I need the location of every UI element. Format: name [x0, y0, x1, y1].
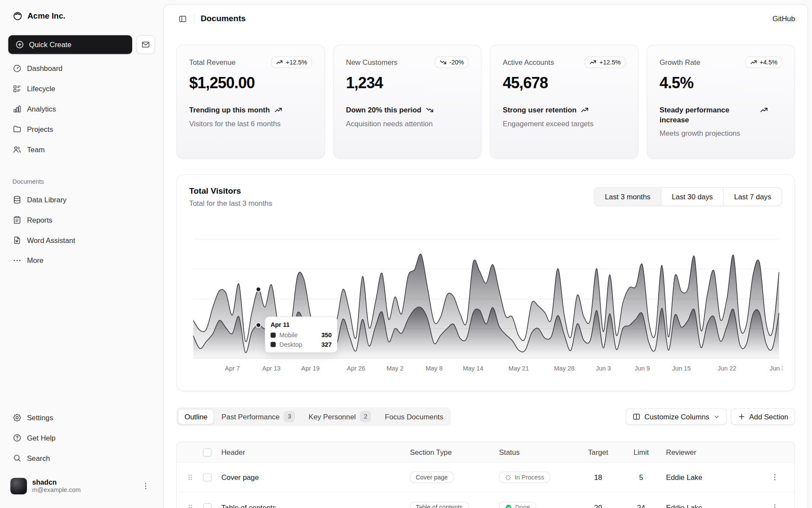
table-header-row: Header Section Type Status Target Limit …: [177, 442, 794, 463]
row-checkbox[interactable]: [203, 503, 211, 508]
sidebar: Acme Inc. Quick Create Dashboard: [0, 0, 163, 508]
limit-value[interactable]: 24: [620, 503, 662, 508]
svg-text:Jun 9: Jun 9: [635, 365, 650, 372]
column-target: Target: [576, 448, 620, 456]
row-header-cell[interactable]: Cover page: [217, 473, 406, 481]
quick-create-label: Quick Create: [29, 41, 71, 49]
loader-icon: [505, 474, 512, 481]
svg-text:Apr 26: Apr 26: [347, 365, 365, 372]
visitors-chart-card: Total Visitors Total for the last 3 mont…: [176, 174, 795, 391]
tab-outline[interactable]: Outline: [178, 409, 214, 425]
add-section-button[interactable]: Add Section: [730, 408, 795, 425]
sidebar-item-more[interactable]: More: [8, 252, 155, 268]
drag-handle-icon[interactable]: [186, 503, 194, 508]
user-menu[interactable]: shadcn m@example.com: [8, 476, 155, 496]
sidebar-item-label: More: [27, 256, 43, 265]
list-details-icon: [13, 84, 22, 93]
folder-icon: [13, 125, 22, 134]
trending-up-icon: [276, 59, 283, 66]
row-menu-button[interactable]: [769, 471, 781, 484]
reviewer-cell[interactable]: Eddie Lake: [662, 473, 759, 481]
section-type-badge: Cover page: [410, 472, 454, 483]
customize-columns-button[interactable]: Customize Columns: [626, 408, 726, 425]
svg-text:Jun 30: Jun 30: [770, 365, 783, 372]
svg-text:Jun 22: Jun 22: [717, 365, 736, 372]
range-last-3-months[interactable]: Last 3 months: [594, 188, 661, 205]
sidebar-item-settings[interactable]: Settings: [8, 409, 155, 426]
chart-tooltip: Apr 11 Mobile 350 Desktop 327: [265, 316, 337, 353]
header-divider: [194, 15, 194, 23]
row-header-cell[interactable]: Table of contents: [217, 503, 406, 508]
trending-up-icon: [580, 106, 589, 114]
stat-label: Growth Rate: [660, 58, 700, 66]
column-header: Header: [217, 448, 406, 456]
stat-footer-title: Trending up this month: [189, 105, 270, 115]
stat-card-active-accounts: Active Accounts +12.5% 45,678 Strong use…: [490, 45, 638, 159]
avatar: [10, 478, 27, 494]
tab-label: Past Performance: [222, 412, 279, 421]
brand[interactable]: Acme Inc.: [8, 7, 155, 25]
panel-left-icon: [178, 14, 187, 23]
dots-vertical-icon: [142, 482, 150, 490]
sidebar-item-label: Team: [27, 145, 44, 153]
tab-label: Key Personnel: [309, 412, 356, 421]
stat-footer-desc: Acquisition needs attention: [346, 119, 469, 128]
range-last-30-days[interactable]: Last 30 days: [661, 188, 723, 205]
tab-key-personnel[interactable]: Key Personnel 2: [302, 409, 377, 425]
chevron-down-icon: [713, 413, 720, 420]
target-value[interactable]: 29: [576, 503, 620, 508]
sidebar-toggle-button[interactable]: [175, 11, 190, 26]
github-link[interactable]: GitHub: [773, 15, 795, 23]
page-title: Documents: [200, 14, 246, 23]
svg-text:Jun 15: Jun 15: [672, 365, 691, 372]
target-value[interactable]: 18: [576, 473, 620, 481]
stat-label: New Customers: [346, 58, 398, 66]
sidebar-item-label: Projects: [27, 125, 53, 133]
drag-handle-icon[interactable]: [186, 473, 194, 481]
inbox-button[interactable]: [136, 35, 155, 54]
sidebar-item-search[interactable]: Search: [8, 450, 155, 466]
sidebar-item-word-assistant[interactable]: Word Assistant: [8, 232, 155, 248]
sidebar-item-team[interactable]: Team: [8, 141, 155, 157]
sidebar-item-data-library[interactable]: Data Library: [8, 192, 155, 208]
sidebar-footer: Settings Get Help Search: [8, 409, 155, 497]
row-checkbox[interactable]: [203, 473, 211, 481]
sidebar-item-label: Get Help: [27, 434, 55, 442]
sidebar-item-label: Data Library: [27, 195, 67, 204]
quick-create-button[interactable]: Quick Create: [8, 35, 132, 54]
visitors-area-chart[interactable]: Apr 7Apr 13Apr 19Apr 26May 2May 8May 14M…: [189, 221, 783, 377]
svg-text:Apr 19: Apr 19: [301, 365, 320, 372]
sidebar-item-label: Search: [27, 454, 50, 462]
view-tabs: Outline Past Performance 3 Key Personnel…: [176, 407, 451, 426]
trend-badge-value: +12.5%: [286, 59, 307, 66]
sidebar-item-projects[interactable]: Projects: [8, 121, 155, 137]
stat-footer-desc: Engagement exceed targets: [503, 119, 625, 128]
svg-text:May 2: May 2: [387, 365, 403, 372]
tab-count-badge: 3: [284, 411, 295, 422]
stat-card-growth-rate: Growth Rate +4.5% 4.5% Steady performanc…: [647, 45, 795, 159]
column-section-type: Section Type: [406, 448, 495, 456]
range-last-7-days[interactable]: Last 7 days: [723, 188, 781, 205]
sidebar-nav-main: Dashboard Lifecycle Analytics Projects: [8, 60, 155, 161]
sidebar-item-dashboard[interactable]: Dashboard: [8, 60, 155, 77]
brand-name: Acme Inc.: [28, 11, 66, 21]
stat-label: Total Revenue: [189, 58, 235, 66]
row-menu-button[interactable]: [769, 501, 781, 508]
tab-focus-documents[interactable]: Focus Documents: [379, 409, 450, 425]
tab-past-performance[interactable]: Past Performance 3: [215, 409, 301, 425]
select-all-checkbox[interactable]: [203, 448, 211, 456]
column-status: Status: [495, 448, 576, 456]
limit-value[interactable]: 5: [620, 473, 662, 481]
sections-table: Header Section Type Status Target Limit …: [176, 441, 795, 508]
reviewer-cell[interactable]: Eddie Lake: [662, 503, 759, 508]
sidebar-item-analytics[interactable]: Analytics: [8, 101, 155, 117]
sidebar-item-get-help[interactable]: Get Help: [8, 430, 155, 446]
dashboard-icon: [13, 64, 22, 73]
stat-footer-desc: Visitors for the last 6 months: [189, 119, 312, 128]
circle-plus-icon: [15, 40, 25, 49]
add-section-label: Add Section: [749, 412, 789, 421]
main-panel: Documents GitHub Total Revenue +12.5% $1…: [163, 4, 808, 508]
sidebar-item-reports[interactable]: Reports: [8, 212, 155, 228]
trending-up-icon: [750, 59, 757, 66]
sidebar-item-lifecycle[interactable]: Lifecycle: [8, 80, 155, 97]
